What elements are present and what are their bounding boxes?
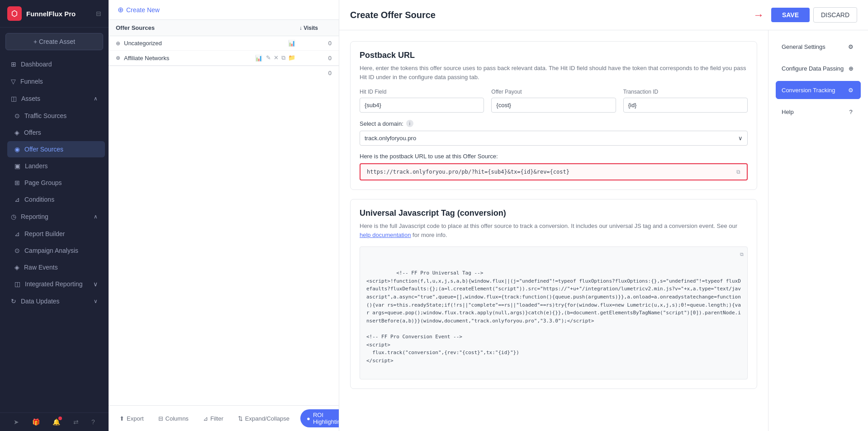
sidebar-item-conditions[interactable]: ⊿ Conditions: [7, 191, 105, 208]
discard-button[interactable]: DISCARD: [813, 7, 857, 23]
sidebar-item-label: Funnels: [20, 78, 43, 85]
filter-button[interactable]: ⊿ Filter: [199, 413, 227, 424]
gift-icon[interactable]: 🎁: [32, 418, 40, 426]
postback-url-box: https://track.onlyforyou.pro/pb/?hit={su…: [360, 163, 748, 180]
sidebar-item-raw-events[interactable]: ◈ Raw Events: [7, 259, 105, 275]
hit-id-label: Hit ID Field: [360, 89, 484, 95]
total-row: 0: [109, 66, 339, 80]
main-content: ⊕ Create New Offer Sources ↓ Visits ⊕ Un…: [109, 0, 339, 431]
roi-highlighting-button[interactable]: ● ROI Highlighting: [300, 409, 339, 427]
copy-url-button[interactable]: ⧉: [736, 169, 740, 175]
chevron-down-icon: ∨: [93, 280, 98, 288]
export-button[interactable]: ⬆ Export: [116, 413, 147, 424]
sidebar-item-dashboard[interactable]: ⊞ Dashboard: [4, 56, 105, 72]
hit-id-input[interactable]: [360, 98, 484, 113]
sidebar-item-integrated-reporting[interactable]: ◫ Integrated Reporting ∨: [7, 276, 105, 292]
offer-payout-field-group: Offer Payout: [491, 89, 616, 113]
js-section-desc: Here is the full Javascript code to plac…: [360, 222, 748, 239]
create-new-button[interactable]: ⊕ Create New: [118, 5, 160, 14]
table-row: ⊕ Affiliate Networks 📊 ✎ ✕ ⧉ 📁 0: [109, 51, 339, 66]
app-title: FunnelFlux Pro: [26, 10, 76, 18]
share-icon[interactable]: ⇄: [73, 418, 79, 426]
plus-circle-icon: ⊕: [118, 5, 123, 14]
events-icon: ◈: [14, 264, 19, 271]
sidebar-item-label: Report Builder: [24, 230, 65, 237]
offer-payout-input[interactable]: [491, 98, 616, 113]
close-icon[interactable]: ✕: [274, 54, 279, 62]
export-icon: ⬆: [119, 415, 124, 422]
col-header-visits: ↓ Visits: [282, 25, 318, 31]
postback-section-desc: Here, enter the tokens this offer source…: [360, 64, 748, 81]
col-header-name: Offer Sources: [116, 24, 282, 31]
general-settings-button[interactable]: General Settings ⚙: [776, 38, 861, 56]
sidebar-item-campaign-analysis[interactable]: ⊙ Campaign Analysis: [7, 242, 105, 259]
table-header: Offer Sources ↓ Visits: [109, 20, 339, 36]
row-visits: 0: [295, 40, 332, 47]
fields-row: Hit ID Field Offer Payout Transaction ID: [360, 89, 748, 113]
save-button[interactable]: SAVE: [771, 8, 810, 22]
bottom-bar: ⬆ Export ⊟ Columns ⊿ Filter ⇅ Expand/Col…: [109, 405, 339, 431]
postback-url-group: Here is the postback URL to use at this …: [360, 153, 748, 180]
sidebar-item-offer-sources[interactable]: ◉ Offer Sources: [7, 141, 105, 157]
report-icon: ⊿: [14, 230, 20, 237]
panel-sidebar: General Settings ⚙ Configure Data Passin…: [768, 30, 868, 431]
transaction-id-input[interactable]: [623, 98, 748, 113]
expand-icon[interactable]: ⊕: [116, 55, 120, 61]
info-icon[interactable]: i: [406, 120, 413, 127]
edit-icon[interactable]: ✎: [266, 54, 271, 62]
integrated-icon: ◫: [14, 280, 20, 288]
row-name-text: Affiliate Networks: [124, 55, 169, 62]
expand-icon[interactable]: ⊕: [116, 40, 120, 47]
sidebar-item-landers[interactable]: ▣ Landers: [7, 158, 105, 174]
sidebar-item-offers[interactable]: ◈ Offers: [7, 124, 105, 141]
sidebar-item-label: Raw Events: [24, 264, 58, 271]
question-icon[interactable]: ?: [91, 418, 95, 426]
help-button[interactable]: Help ?: [776, 103, 861, 121]
create-offer-source-panel: Create Offer Source SAVE DISCARD Postbac…: [339, 0, 868, 431]
sidebar-item-label: Dashboard: [21, 61, 52, 68]
sidebar: FunnelFlux Pro ⊟ + Create Asset ⊞ Dashbo…: [0, 0, 109, 431]
gear-icon: ⚙: [847, 86, 855, 94]
help-documentation-link[interactable]: help documentation: [360, 232, 411, 238]
postback-url-section: Postback URL Here, enter the tokens this…: [350, 41, 757, 190]
chart-icon: ◷: [11, 213, 16, 220]
sidebar-item-page-groups[interactable]: ⊞ Page Groups: [7, 175, 105, 191]
sidebar-header: FunnelFlux Pro ⊟: [0, 0, 109, 28]
copy-code-button[interactable]: ⧉: [740, 251, 744, 259]
sidebar-item-assets[interactable]: ◫ Assets ∧: [4, 90, 105, 107]
tag-icon: ◈: [14, 129, 19, 136]
sidebar-item-label: Traffic Sources: [24, 112, 66, 119]
copy-icon[interactable]: ⧉: [281, 54, 285, 62]
configure-data-passing-button[interactable]: Configure Data Passing ⊕: [776, 59, 861, 77]
sidebar-item-reporting[interactable]: ◷ Reporting ∧: [4, 208, 105, 225]
sidebar-item-data-updates[interactable]: ↻ Data Updates ∨: [4, 293, 105, 309]
columns-button[interactable]: ⊟ Columns: [155, 413, 192, 424]
sidebar-item-traffic-sources[interactable]: ⊙ Traffic Sources: [7, 108, 105, 124]
folder-icon[interactable]: 📁: [288, 54, 295, 62]
update-icon: ↻: [11, 298, 16, 305]
row-name-text: Uncategorized: [124, 40, 162, 47]
sidebar-item-label: Data Updates: [21, 298, 60, 305]
js-tag-section: Universal Javascript Tag (conversion) He…: [350, 199, 757, 389]
hit-id-field-group: Hit ID Field: [360, 89, 484, 113]
domain-select[interactable]: track.onlyforyou.pro ∨: [360, 131, 748, 146]
sidebar-item-label: Page Groups: [24, 179, 62, 186]
collapse-sidebar-button[interactable]: ⊟: [96, 10, 101, 17]
row-visits: 0: [295, 55, 332, 62]
send-icon[interactable]: ➤: [14, 418, 19, 426]
sidebar-item-report-builder[interactable]: ⊿ Report Builder: [7, 226, 105, 242]
sidebar-item-funnels[interactable]: ▽ Funnels: [4, 73, 105, 90]
bell-icon[interactable]: 🔔: [52, 418, 60, 426]
columns-icon: ⊟: [158, 415, 163, 422]
table-row: ⊕ Uncategorized 📊 0: [109, 36, 339, 51]
bar-chart-icon[interactable]: 📊: [288, 40, 295, 47]
create-asset-button[interactable]: + Create Asset: [5, 33, 103, 50]
offer-payout-label: Offer Payout: [491, 89, 616, 95]
filter-icon: ⊿: [203, 415, 208, 422]
expand-collapse-button[interactable]: ⇅ Expand/Collapse: [234, 413, 293, 424]
bar-chart-icon[interactable]: 📊: [255, 55, 262, 62]
conversion-tracking-button[interactable]: Conversion Tracking ⚙: [776, 81, 861, 99]
chevron-down-icon: ∨: [94, 298, 98, 304]
offer-sources-table: Offer Sources ↓ Visits ⊕ Uncategorized 📊…: [109, 20, 339, 405]
domain-select-group: Select a domain: i track.onlyforyou.pro …: [360, 120, 748, 146]
